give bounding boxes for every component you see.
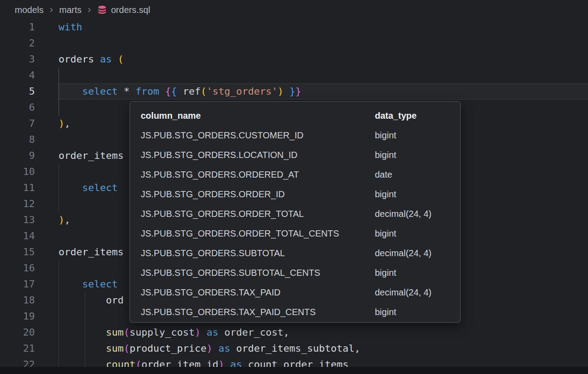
line-number[interactable]: 20 bbox=[0, 324, 35, 341]
line-number[interactable]: 1 bbox=[0, 19, 35, 35]
popup-cell-column-name: JS.PUB.STG_ORDERS.ORDER_TOTAL bbox=[141, 209, 375, 219]
popup-cell-data-type: bigint bbox=[375, 130, 460, 141]
code-text: ), bbox=[59, 212, 71, 228]
popup-row: JS.PUB.STG_ORDERS.LOCATION_IDbigint bbox=[130, 145, 460, 165]
line-number[interactable]: 17 bbox=[0, 276, 35, 292]
code-line[interactable]: 4 bbox=[0, 67, 588, 83]
breadcrumb-item[interactable]: marts bbox=[59, 5, 81, 15]
popup-row: JS.PUB.STG_ORDERS.TAX_PAIDdecimal(24, 4) bbox=[130, 283, 460, 302]
popup-cell-column-name: JS.PUB.STG_ORDERS.ORDERED_AT bbox=[141, 170, 375, 180]
code-text: ), bbox=[59, 116, 71, 132]
code-text: order_items bbox=[59, 244, 124, 260]
line-number[interactable]: 5 bbox=[0, 83, 35, 100]
chevron-right-icon bbox=[48, 7, 55, 13]
popup-row: JS.PUB.STG_ORDERS.ORDER_TOTALdecimal(24,… bbox=[130, 204, 460, 224]
popup-cell-column-name: JS.PUB.STG_ORDERS.SUBTOTAL_CENTS bbox=[141, 268, 375, 278]
popup-rows: JS.PUB.STG_ORDERS.CUSTOMER_IDbigintJS.PU… bbox=[130, 125, 460, 322]
line-number[interactable]: 7 bbox=[0, 116, 35, 132]
popup-cell-column-name: JS.PUB.STG_ORDERS.LOCATION_ID bbox=[141, 150, 375, 160]
code-text: orders as ( bbox=[59, 51, 124, 67]
popup-cell-column-name: JS.PUB.STG_ORDERS.ORDER_ID bbox=[141, 189, 375, 199]
popup-cell-data-type: bigint bbox=[375, 229, 460, 239]
line-number[interactable]: 8 bbox=[0, 132, 35, 148]
popup-row: JS.PUB.STG_ORDERS.ORDERED_ATdate bbox=[130, 165, 460, 184]
code-text: sum(product_price) as order_items_subtot… bbox=[59, 341, 361, 357]
popup-cell-column-name: JS.PUB.STG_ORDERS.SUBTOTAL bbox=[141, 248, 375, 258]
line-number[interactable]: 14 bbox=[0, 228, 35, 244]
popup-cell-column-name: JS.PUB.STG_ORDERS.CUSTOMER_ID bbox=[141, 130, 375, 141]
popup-row: JS.PUB.STG_ORDERS.ORDER_TOTAL_CENTSbigin… bbox=[130, 224, 460, 243]
popup-row: JS.PUB.STG_ORDERS.CUSTOMER_IDbigint bbox=[130, 125, 460, 145]
line-number[interactable]: 3 bbox=[0, 51, 35, 67]
popup-cell-data-type: bigint bbox=[375, 268, 460, 278]
panel-edge bbox=[0, 367, 588, 374]
line-number[interactable]: 6 bbox=[0, 100, 35, 116]
popup-cell-data-type: decimal(24, 4) bbox=[375, 287, 460, 298]
line-number[interactable]: 10 bbox=[0, 164, 35, 180]
popup-header-data-type: data_type bbox=[375, 111, 460, 121]
popup-cell-data-type: bigint bbox=[375, 150, 460, 160]
popup-cell-data-type: bigint bbox=[375, 307, 460, 317]
popup-cell-data-type: bigint bbox=[375, 189, 460, 199]
popup-cell-data-type: decimal(24, 4) bbox=[375, 248, 460, 258]
code-line[interactable]: 21 sum(product_price) as order_items_sub… bbox=[0, 341, 588, 357]
line-number[interactable]: 12 bbox=[0, 196, 35, 212]
line-number[interactable]: 16 bbox=[0, 260, 35, 276]
code-text: select bbox=[59, 276, 118, 292]
line-number[interactable]: 11 bbox=[0, 180, 35, 196]
column-info-popup: column_name data_type JS.PUB.STG_ORDERS.… bbox=[130, 101, 461, 323]
code-line[interactable]: 20 sum(supply_cost) as order_cost, bbox=[0, 324, 588, 341]
line-number[interactable]: 18 bbox=[0, 292, 35, 308]
popup-row: JS.PUB.STG_ORDERS.ORDER_IDbigint bbox=[130, 184, 460, 204]
chevron-right-icon bbox=[86, 7, 92, 13]
popup-cell-column-name: JS.PUB.STG_ORDERS.ORDER_TOTAL_CENTS bbox=[141, 229, 375, 239]
line-number[interactable]: 9 bbox=[0, 148, 35, 164]
breadcrumb-file-name: orders.sql bbox=[111, 5, 150, 15]
database-icon bbox=[97, 5, 107, 15]
code-text: select * from {{ ref('stg_orders') }} bbox=[59, 83, 301, 100]
popup-cell-data-type: date bbox=[375, 170, 460, 180]
popup-row: JS.PUB.STG_ORDERS.SUBTOTAL_CENTSbigint bbox=[130, 263, 460, 283]
code-text: sum(supply_cost) as order_cost, bbox=[59, 324, 290, 341]
breadcrumb-file[interactable]: orders.sql bbox=[97, 5, 150, 15]
line-number[interactable]: 4 bbox=[0, 67, 35, 83]
line-number[interactable]: 19 bbox=[0, 308, 35, 324]
popup-cell-data-type: decimal(24, 4) bbox=[375, 209, 460, 219]
breadcrumb: modelsmartsorders.sql bbox=[0, 0, 150, 20]
code-text: with bbox=[59, 19, 82, 35]
breadcrumb-item[interactable]: models bbox=[15, 5, 43, 15]
code-text: select bbox=[59, 180, 118, 196]
line-number[interactable]: 13 bbox=[0, 212, 35, 228]
popup-header-column-name: column_name bbox=[141, 111, 375, 121]
line-number[interactable]: 15 bbox=[0, 244, 35, 260]
editor-window: modelsmartsorders.sql 1with23orders as (… bbox=[0, 0, 588, 374]
popup-cell-column-name: JS.PUB.STG_ORDERS.TAX_PAID_CENTS bbox=[141, 307, 375, 317]
code-text: order_items bbox=[59, 148, 124, 164]
code-text: ord bbox=[59, 292, 124, 308]
line-number[interactable]: 2 bbox=[0, 35, 35, 51]
popup-cell-column-name: JS.PUB.STG_ORDERS.TAX_PAID bbox=[141, 287, 375, 298]
code-line[interactable]: 1with bbox=[0, 19, 588, 35]
code-line[interactable]: 2 bbox=[0, 35, 588, 51]
line-number[interactable]: 21 bbox=[0, 341, 35, 357]
popup-row: JS.PUB.STG_ORDERS.TAX_PAID_CENTSbigint bbox=[130, 302, 460, 322]
popup-header-row: column_name data_type bbox=[130, 106, 460, 125]
code-line[interactable]: 5 select * from {{ ref('stg_orders') }} bbox=[0, 83, 588, 100]
popup-row: JS.PUB.STG_ORDERS.SUBTOTALdecimal(24, 4) bbox=[130, 243, 460, 263]
code-line[interactable]: 3orders as ( bbox=[0, 51, 588, 67]
